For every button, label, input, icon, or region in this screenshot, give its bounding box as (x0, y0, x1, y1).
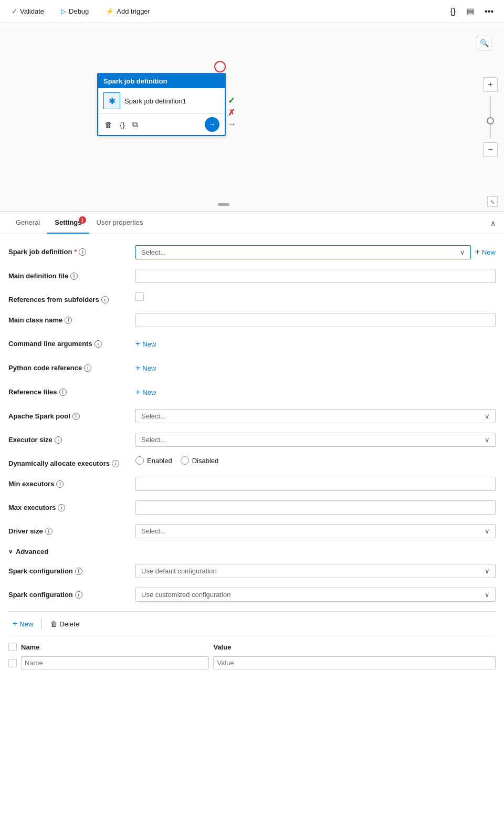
cmd-args-control-area: + New (135, 337, 496, 351)
activity-delete-button[interactable]: 🗑 (103, 119, 113, 130)
driver-size-control-area: Select... ∨ (135, 524, 496, 538)
python-ref-info-icon[interactable]: i (84, 364, 91, 372)
executor-size-info-icon[interactable]: i (55, 436, 62, 444)
activity-card-header: Spark job definition (98, 74, 225, 88)
zoom-out-button[interactable]: − (483, 142, 498, 157)
max-exec-info-icon[interactable]: i (58, 504, 65, 511)
python-ref-control-area: + New (135, 361, 496, 375)
main-class-name-label: Main class name i (8, 313, 129, 324)
spark-pool-placeholder: Select... (141, 412, 166, 420)
activity-copy-button[interactable]: ⧉ (131, 119, 139, 130)
table-view-button[interactable]: ▤ (464, 4, 476, 18)
reference-files-new-button[interactable]: + New (135, 385, 156, 400)
max-executors-input[interactable] (135, 500, 496, 515)
python-code-ref-new-button[interactable]: + New (135, 361, 156, 375)
executor-size-select[interactable]: Select... ∨ (135, 433, 496, 447)
settings-form: Spark job definition * i Select... ∨ + N… (0, 234, 504, 682)
python-code-reference-row: Python code reference i + New (8, 361, 496, 375)
spark-job-new-button[interactable]: + New (475, 245, 496, 259)
python-code-reference-label: Python code reference i (8, 361, 129, 372)
status-x-icon: ✗ (228, 108, 236, 118)
driver-size-select[interactable]: Select... ∨ (135, 524, 496, 538)
zoom-slider-thumb[interactable] (487, 117, 494, 124)
tab-user-properties[interactable]: User properties (89, 212, 151, 234)
panel-drag-handle[interactable] (218, 203, 229, 206)
zoom-in-button[interactable]: + (483, 77, 498, 92)
table-toolbar-divider (41, 619, 42, 629)
settings-badge: 1 (79, 216, 86, 224)
new-label: New (482, 248, 496, 256)
references-subfolders-checkbox[interactable] (135, 292, 144, 301)
add-trigger-button[interactable]: ⚡ Add trigger (102, 5, 153, 17)
table-header-row: Name Value (8, 641, 496, 654)
table-value-input[interactable] (213, 656, 496, 669)
main-toolbar: ✓ Validate ▷ Debug ⚡ Add trigger {} ▤ ••… (0, 0, 504, 23)
tab-settings[interactable]: Settings 1 (47, 212, 89, 234)
more-options-button[interactable]: ••• (482, 5, 496, 18)
activity-code-button[interactable]: {} (119, 119, 126, 130)
reference-files-row: Reference files i + New (8, 385, 496, 400)
table-row-checkbox[interactable] (8, 659, 17, 667)
cmd-args-info-icon[interactable]: i (94, 340, 102, 348)
command-line-args-row: Command line arguments i + New (8, 337, 496, 351)
spark-config-2-info-icon[interactable]: i (75, 591, 82, 599)
add-trigger-label: Add trigger (117, 7, 150, 15)
driver-size-chevron: ∨ (485, 527, 490, 535)
spark-config-1-info-icon[interactable]: i (75, 568, 82, 575)
spark-config-1-select[interactable]: Use default configuration ∨ (135, 564, 496, 578)
activity-navigate-button[interactable]: → (205, 117, 219, 132)
tab-collapse-button[interactable]: ∧ (490, 219, 496, 227)
apache-spark-pool-label: Apache Spark pool i (8, 409, 129, 420)
max-exec-control-area (135, 500, 496, 515)
table-name-input[interactable] (21, 656, 209, 669)
ref-files-control-area: + New (135, 385, 496, 400)
spark-config-2-select[interactable]: Use customized configuration ∨ (135, 588, 496, 602)
canvas-search-button[interactable]: 🔍 (477, 36, 491, 50)
enabled-radio-circle (135, 456, 144, 465)
table-delete-button[interactable]: 🗑 Delete (46, 618, 83, 630)
cmd-args-new-label: New (142, 340, 156, 348)
main-definition-file-row: Main definition file i (8, 269, 496, 283)
ref-files-info-icon[interactable]: i (59, 389, 67, 396)
spark-config-2-chevron: ∨ (485, 591, 490, 599)
main-definition-file-input[interactable] (135, 269, 496, 283)
canvas-area: Spark job definition ✱ Spark job definit… (0, 23, 504, 212)
spark-job-info-icon[interactable]: i (79, 248, 86, 256)
plus-icon-3: + (135, 363, 140, 373)
table-plus-icon: + (13, 619, 17, 628)
tab-general[interactable]: General (8, 212, 47, 234)
spark-job-definition-select[interactable]: Select... ∨ (135, 245, 471, 259)
main-class-control-area (135, 313, 496, 327)
spark-job-definition-label: Spark job definition * i (8, 245, 129, 256)
main-def-info-icon[interactable]: i (70, 273, 78, 280)
canvas-controls: + − (483, 77, 498, 157)
main-class-name-input[interactable] (135, 313, 496, 327)
spark-pool-info-icon[interactable]: i (72, 413, 80, 420)
driver-size-info-icon[interactable]: i (45, 528, 52, 535)
main-class-info-icon[interactable]: i (65, 317, 72, 324)
spark-job-select-placeholder: Select... (141, 248, 166, 256)
min-executors-row: Min executors i (8, 477, 496, 491)
min-executors-input[interactable] (135, 477, 496, 491)
spark-config-2-label: Spark configuration i (8, 588, 129, 599)
canvas-resize-button[interactable]: ⤡ (487, 196, 498, 207)
trigger-icon: ⚡ (106, 7, 114, 15)
min-exec-info-icon[interactable]: i (56, 480, 64, 488)
code-view-button[interactable]: {} (448, 5, 458, 18)
enabled-radio-item[interactable]: Enabled (135, 456, 172, 465)
plus-icon-2: + (135, 339, 140, 349)
command-line-args-new-button[interactable]: + New (135, 337, 156, 351)
debug-button[interactable]: ▷ Debug (58, 5, 92, 17)
table-new-button[interactable]: + New (8, 617, 37, 631)
disabled-radio-item[interactable]: Disabled (181, 456, 219, 465)
plus-icon: + (475, 247, 480, 257)
validate-button[interactable]: ✓ Validate (8, 5, 47, 17)
enabled-label: Enabled (147, 457, 172, 465)
refs-info-icon[interactable]: i (101, 296, 109, 303)
table-header-checkbox[interactable] (8, 643, 17, 651)
advanced-toggle[interactable]: ∨ Advanced (8, 548, 496, 556)
apache-spark-pool-select[interactable]: Select... ∨ (135, 409, 496, 423)
max-executors-label: Max executors i (8, 500, 129, 511)
card-status-indicators: ✓ ✗ → (228, 96, 236, 129)
dynamic-alloc-info-icon[interactable]: i (112, 460, 119, 467)
